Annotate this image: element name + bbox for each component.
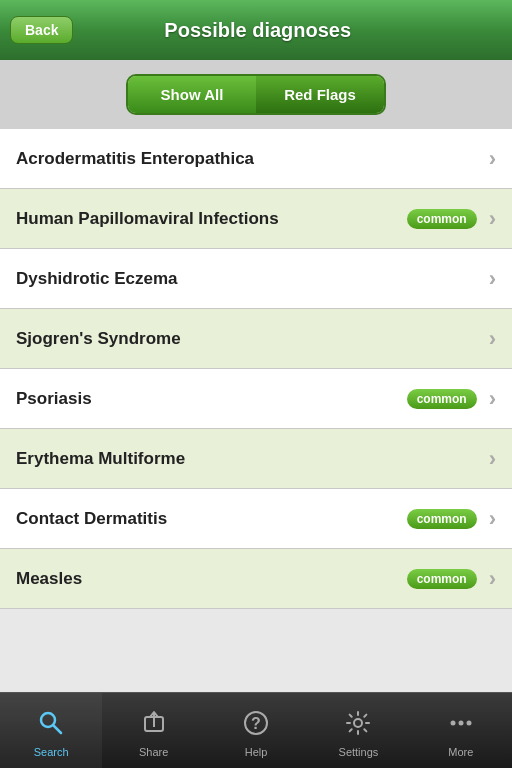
- share-icon: [140, 709, 168, 744]
- tab-settings[interactable]: Settings: [307, 693, 409, 768]
- common-badge: common: [407, 509, 477, 529]
- diagnosis-name: Psoriasis: [16, 389, 407, 409]
- list-item[interactable]: Human Papillomaviral Infectionscommon›: [0, 189, 512, 249]
- settings-label: Settings: [339, 746, 379, 758]
- list-item[interactable]: Contact Dermatitiscommon›: [0, 489, 512, 549]
- page-title: Possible diagnoses: [73, 19, 442, 42]
- chevron-right-icon: ›: [489, 506, 496, 532]
- chevron-right-icon: ›: [489, 566, 496, 592]
- list-item[interactable]: Psoriasiscommon›: [0, 369, 512, 429]
- search-icon: [37, 709, 65, 744]
- svg-line-1: [54, 726, 62, 734]
- help-icon: ?: [242, 709, 270, 744]
- more-label: More: [448, 746, 473, 758]
- tab-help[interactable]: ? Help: [205, 693, 307, 768]
- app-header: Back Possible diagnoses: [0, 0, 512, 60]
- diagnosis-name: Contact Dermatitis: [16, 509, 407, 529]
- diagnosis-name: Human Papillomaviral Infections: [16, 209, 407, 229]
- diagnosis-name: Acrodermatitis Enteropathica: [16, 149, 485, 169]
- share-label: Share: [139, 746, 168, 758]
- show-all-toggle[interactable]: Show All: [128, 76, 256, 113]
- tab-more[interactable]: More: [410, 693, 512, 768]
- tab-share[interactable]: Share: [102, 693, 204, 768]
- diagnosis-name: Dyshidrotic Eczema: [16, 269, 485, 289]
- settings-icon: [344, 709, 372, 744]
- list-item[interactable]: Sjogren's Syndrome›: [0, 309, 512, 369]
- toggle-container: Show All Red Flags: [126, 74, 386, 115]
- chevron-right-icon: ›: [489, 326, 496, 352]
- chevron-right-icon: ›: [489, 146, 496, 172]
- common-badge: common: [407, 569, 477, 589]
- chevron-right-icon: ›: [489, 206, 496, 232]
- back-button[interactable]: Back: [10, 16, 73, 44]
- tab-search[interactable]: Search: [0, 693, 102, 768]
- help-label: Help: [245, 746, 268, 758]
- more-icon: [447, 709, 475, 744]
- svg-point-9: [466, 721, 471, 726]
- chevron-right-icon: ›: [489, 386, 496, 412]
- diagnosis-name: Erythema Multiforme: [16, 449, 485, 469]
- svg-point-7: [450, 721, 455, 726]
- common-badge: common: [407, 389, 477, 409]
- svg-text:?: ?: [251, 715, 261, 732]
- red-flags-toggle[interactable]: Red Flags: [256, 76, 384, 113]
- tab-bar: Search Share ? Help Settings More: [0, 692, 512, 768]
- chevron-right-icon: ›: [489, 446, 496, 472]
- search-label: Search: [34, 746, 69, 758]
- toggle-bar: Show All Red Flags: [0, 60, 512, 129]
- list-item[interactable]: Dyshidrotic Eczema›: [0, 249, 512, 309]
- svg-point-8: [458, 721, 463, 726]
- list-item[interactable]: Measlescommon›: [0, 549, 512, 609]
- diagnosis-name: Sjogren's Syndrome: [16, 329, 485, 349]
- svg-point-6: [354, 719, 362, 727]
- chevron-right-icon: ›: [489, 266, 496, 292]
- list-item[interactable]: Erythema Multiforme›: [0, 429, 512, 489]
- diagnoses-list: Acrodermatitis Enteropathica›Human Papil…: [0, 129, 512, 609]
- list-item[interactable]: Acrodermatitis Enteropathica›: [0, 129, 512, 189]
- common-badge: common: [407, 209, 477, 229]
- diagnosis-name: Measles: [16, 569, 407, 589]
